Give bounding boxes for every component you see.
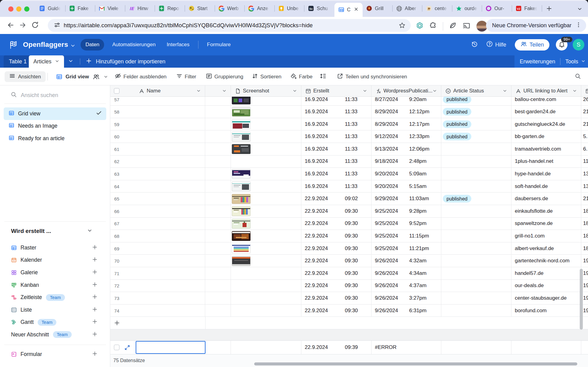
screenshot-thumbnail[interactable]	[232, 256, 251, 266]
column-chevron-icon[interactable]	[196, 88, 201, 94]
maximize-window-button[interactable]	[24, 6, 29, 12]
browser-tab[interactable]: ScSchu	[304, 0, 334, 17]
column-header-last[interactable]: 31	[585, 85, 588, 96]
screenshot-thumbnail[interactable]	[232, 119, 251, 129]
table-row[interactable]: 7022.9.202409:309/26/20244:32amgartentec…	[110, 255, 588, 268]
add-view-plus-icon[interactable]	[92, 294, 98, 301]
table-row[interactable]: 7122.9.202409:309/26/20244:34amhandel57.…	[110, 267, 588, 280]
add-view-plus-icon[interactable]	[92, 351, 98, 358]
column-chevron-icon[interactable]	[363, 88, 367, 94]
browser-tab[interactable]: Our-	[482, 0, 512, 17]
column-header-wordpress[interactable]: WordpressPublicati...	[375, 85, 432, 96]
reload-button[interactable]	[31, 21, 39, 30]
column-chevron-icon[interactable]	[222, 88, 227, 94]
sidebar-create-item-form[interactable]: Formular	[0, 348, 110, 361]
horizontal-scrollbar[interactable]	[254, 362, 577, 365]
color-button[interactable]: Farbe	[290, 71, 312, 82]
column-chevron-icon[interactable]	[432, 88, 437, 94]
bookmark-star-icon[interactable]	[398, 22, 406, 30]
search-icon[interactable]	[575, 73, 581, 81]
nav-tab-daten[interactable]: Daten	[81, 39, 104, 51]
screenshot-thumbnail[interactable]	[232, 231, 251, 241]
user-avatar[interactable]: S	[573, 39, 584, 51]
screenshot-thumbnail[interactable]	[232, 107, 251, 117]
tab-search-chevron-icon[interactable]	[577, 6, 582, 13]
cast-icon[interactable]	[462, 22, 470, 31]
screenshot-thumbnail[interactable]	[232, 206, 251, 216]
history-icon[interactable]	[471, 41, 478, 49]
table-tab-table1[interactable]: Table 1	[4, 55, 32, 68]
table-row[interactable]: 6416.9.202411:339/20/20245:15amsoft-hand…	[110, 180, 588, 193]
column-chevron-icon[interactable]	[292, 88, 297, 94]
browser-tab[interactable]: Anze	[245, 0, 275, 17]
base-name[interactable]: Openflaggers	[23, 41, 68, 49]
sidebar-create-item[interactable]: GanttTeam	[0, 316, 110, 329]
screenshot-thumbnail[interactable]	[232, 194, 251, 204]
sidebar-view-item[interactable]: Ready for an article	[4, 132, 106, 145]
browser-tab[interactable]: cente	[422, 0, 452, 17]
add-view-plus-icon[interactable]	[92, 269, 98, 276]
vertical-scrollbar[interactable]	[580, 269, 583, 330]
screenshot-thumbnail[interactable]	[232, 97, 251, 104]
column-header-status[interactable]: Article Status	[445, 85, 484, 96]
site-settings-icon[interactable]	[54, 21, 61, 30]
browser-tab[interactable]: Fake	[66, 0, 96, 17]
new-tab-button[interactable]	[545, 4, 554, 13]
table-row[interactable]: 7322.9.202409:309/26/20243:27pmcenter-st…	[110, 292, 588, 305]
add-view-plus-icon[interactable]	[92, 306, 98, 313]
performance-leaf-icon[interactable]	[449, 22, 457, 31]
extension-hexagon-icon[interactable]	[416, 22, 424, 31]
filter-button[interactable]: Filter	[176, 71, 196, 82]
browser-tab[interactable]: Werb	[215, 0, 245, 17]
table-row[interactable]: 6016.9.202411:339/12/202412:33pmpublishe…	[110, 131, 588, 143]
browser-tab[interactable]: Viele	[95, 0, 125, 17]
column-chevron-icon[interactable]	[503, 88, 507, 94]
table-row[interactable]: 6722.9.202409:309/25/20249:52pmsparweltz…	[110, 218, 588, 230]
column-chevron-icon[interactable]	[572, 88, 577, 94]
browser-tab[interactable]: Alber	[393, 0, 423, 17]
sidebar-create-item[interactable]: Kanban	[0, 279, 110, 291]
table-row[interactable]: 6522.9.202409:029/29/202411:03ampublishe…	[110, 193, 588, 205]
row-height-button[interactable]	[320, 71, 326, 82]
browser-tab-active[interactable]: C	[334, 3, 363, 17]
table-row[interactable]: 7222.9.202409:309/26/20244:37amour-deals…	[110, 280, 588, 292]
screenshot-thumbnail[interactable]	[232, 169, 251, 179]
add-or-import-table-button[interactable]: Hinzufügen oder importieren	[86, 55, 165, 68]
share-sync-button[interactable]: Teilen und synchronisieren	[337, 71, 407, 82]
nav-tab-formulare[interactable]: Formulare	[202, 42, 236, 48]
create-section-header[interactable]: Wird erstellt ...	[11, 228, 100, 234]
sort-button[interactable]: Sortieren	[252, 71, 281, 82]
close-window-button[interactable]	[8, 6, 13, 12]
views-sidebar-toggle[interactable]: Ansichten	[5, 71, 46, 82]
browser-tab[interactable]: Grill	[363, 0, 393, 17]
back-button[interactable]	[7, 21, 15, 30]
base-name-chevron-icon[interactable]	[70, 43, 76, 50]
browser-tab[interactable]: VZFakes	[512, 0, 542, 17]
extensions-puzzle-icon[interactable]	[429, 22, 437, 31]
status-badge[interactable]: published	[443, 97, 471, 103]
status-badge[interactable]: published	[443, 120, 471, 128]
current-view-button[interactable]: Grid view	[56, 71, 108, 82]
sidebar-create-item[interactable]: Liste	[0, 304, 110, 316]
screenshot-thumbnail[interactable]	[232, 219, 251, 229]
browser-tab[interactable]: ourde	[452, 0, 482, 17]
screenshot-thumbnail[interactable]	[232, 144, 251, 154]
column-header-erstellt[interactable]: Erstellt	[305, 85, 329, 96]
minimize-window-button[interactable]	[16, 6, 21, 12]
chrome-update-button[interactable]: Neue Chrome-Version verfügbar	[486, 19, 586, 32]
screenshot-thumbnail[interactable]	[232, 182, 251, 191]
nav-tab-automatisierungen[interactable]: Automatisierungen	[107, 42, 161, 48]
browser-tab[interactable]: Start	[185, 0, 215, 17]
expand-record-icon[interactable]	[124, 345, 130, 352]
sidebar-create-item[interactable]: ZeitleisteTeam	[0, 291, 110, 304]
view-search-box[interactable]: Ansicht suchen	[0, 90, 110, 101]
status-badge[interactable]: published	[443, 133, 471, 140]
tab-close-icon[interactable]	[354, 7, 359, 13]
selected-cell[interactable]	[136, 341, 205, 354]
select-all-checkbox[interactable]	[114, 88, 119, 94]
table-row[interactable]: 7422.9.202409:309/26/20246:31pmborofund.…	[110, 305, 588, 317]
sidebar-create-item[interactable]: Galerie	[0, 266, 110, 279]
table-tab-articles[interactable]: Articles	[29, 55, 64, 68]
sidebar-create-item[interactable]: Raster	[0, 242, 110, 254]
status-badge[interactable]: published	[443, 108, 471, 116]
